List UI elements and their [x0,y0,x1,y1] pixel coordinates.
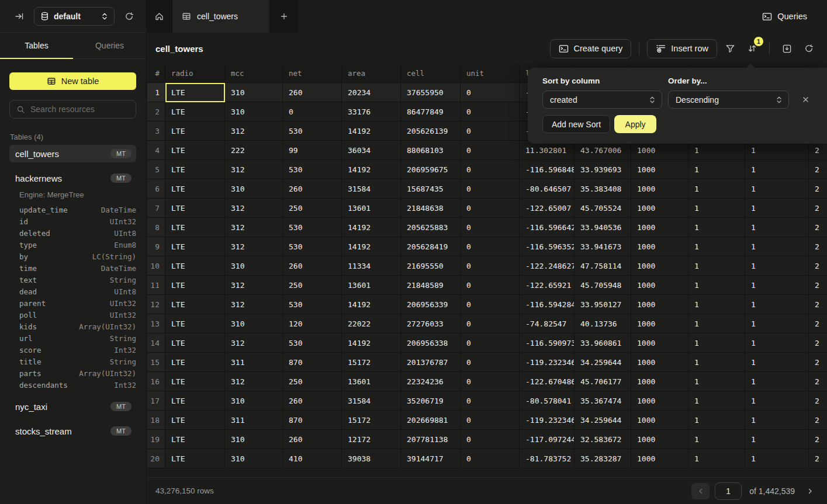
table-cell[interactable]: 1 [745,353,809,372]
table-cell[interactable]: 1 [688,314,745,333]
table-cell[interactable]: 0 [461,160,520,179]
table-cell[interactable]: 45.705948 [575,276,631,295]
previous-page-button[interactable] [691,483,710,499]
table-cell[interactable]: 20234 [342,83,401,102]
table-cell[interactable]: LTE [165,295,225,314]
column-header-net[interactable]: net [283,64,342,83]
table-cell[interactable]: 36034 [342,141,401,160]
table-cell[interactable]: 33.939693 [575,160,631,179]
column-header-mcc[interactable]: mcc [225,64,283,83]
table-cell[interactable]: 1 [688,276,745,295]
table-cell[interactable]: 206956339 [401,295,461,314]
table-cell[interactable]: 88068103 [401,141,461,160]
table-cell[interactable]: 1 [745,391,809,411]
table-cell[interactable]: 0 [461,179,520,199]
table-cell[interactable]: 530 [283,160,342,179]
table-cell[interactable]: 2 [809,372,827,391]
sidebar-table-item-cell_towers[interactable]: cell_towersMT [9,145,136,162]
search-resources-input[interactable] [30,105,129,114]
table-cell[interactable]: 14192 [342,333,401,353]
table-cell[interactable]: 45.705524 [575,199,631,218]
table-cell[interactable]: 120 [283,314,342,333]
table-cell[interactable]: 0 [461,199,520,218]
table-cell[interactable]: 99 [283,141,342,160]
sidebar-table-item-hackernews[interactable]: hackernewsMT [9,169,136,187]
filter-button[interactable] [721,39,739,58]
sidebar-tab-tables[interactable]: Tables [0,33,73,58]
table-cell[interactable]: 202669881 [401,411,461,430]
table-cell[interactable]: 0 [461,121,520,141]
column-header-radio[interactable]: radio [165,64,225,83]
sidebar-tab-queries[interactable]: Queries [73,33,146,58]
table-cell[interactable]: 33176 [342,102,401,121]
table-cell[interactable]: LTE [165,449,225,468]
table-cell[interactable]: 1 [745,199,809,218]
table-cell[interactable]: 260 [283,391,342,411]
table-cell[interactable]: -80.646507 [520,179,575,199]
table-cell[interactable]: -116.596352 [520,237,575,256]
table-cell[interactable]: 34.259644 [575,353,631,372]
table-cell[interactable]: 1 [745,160,809,179]
queries-button[interactable]: Queries [755,6,820,27]
table-cell[interactable]: 1000 [631,276,688,295]
sidebar-table-item-nyc_taxi[interactable]: nyc_taxiMT [9,398,136,415]
table-cell[interactable]: 0 [461,237,520,256]
table-cell[interactable]: 870 [283,353,342,372]
table-cell[interactable]: 312 [225,121,283,141]
table-cell[interactable]: 0 [461,333,520,353]
table-cell[interactable]: 2 [809,256,827,276]
table-cell[interactable]: 0 [461,83,520,102]
table-cell[interactable]: 260 [283,179,342,199]
table-cell[interactable]: 0 [283,102,342,121]
table-cell[interactable]: 1 [745,411,809,430]
table-cell[interactable]: 250 [283,276,342,295]
table-cell[interactable]: 1 [688,411,745,430]
table-cell[interactable]: 2 [809,160,827,179]
table-cell[interactable]: 2 [809,430,827,449]
table-cell[interactable]: 530 [283,218,342,237]
table-cell[interactable]: 1000 [631,430,688,449]
page-number-input[interactable] [715,482,742,500]
table-cell[interactable]: 15172 [342,353,401,372]
table-cell[interactable]: 206956338 [401,333,461,353]
table-cell[interactable]: 1000 [631,179,688,199]
table-cell[interactable]: LTE [165,314,225,333]
table-cell[interactable]: 2 [809,237,827,256]
table-cell[interactable]: 21695550 [401,256,461,276]
table-cell[interactable]: 1000 [631,314,688,333]
table-cell[interactable]: 2 [809,353,827,372]
table-cell[interactable]: 312 [225,372,283,391]
table-cell[interactable]: 1 [688,333,745,353]
table-cell[interactable]: 35206719 [401,391,461,411]
table-cell[interactable]: 312 [225,276,283,295]
table-cell[interactable]: 33.941673 [575,237,631,256]
table-cell[interactable]: 14192 [342,295,401,314]
table-cell[interactable]: 35.283287 [575,449,631,468]
table-cell[interactable]: 1 [745,314,809,333]
table-cell[interactable]: LTE [165,353,225,372]
table-cell[interactable]: 530 [283,121,342,141]
table-cell[interactable]: -116.596848 [520,160,575,179]
table-cell[interactable]: 311 [225,353,283,372]
table-cell[interactable]: 0 [461,141,520,160]
table-cell[interactable]: 0 [461,314,520,333]
table-cell[interactable]: 1000 [631,372,688,391]
table-cell[interactable]: 31584 [342,391,401,411]
insert-row-button[interactable]: Insert row [647,39,717,58]
table-cell[interactable]: 0 [461,449,520,468]
table-cell[interactable]: LTE [165,430,225,449]
table-cell[interactable]: 2 [809,391,827,411]
table-cell[interactable]: 0 [461,295,520,314]
table-cell[interactable]: 1 [745,276,809,295]
table-cell[interactable]: 260 [283,83,342,102]
table-cell[interactable]: 2 [809,333,827,353]
table-cell[interactable]: LTE [165,179,225,199]
sort-order-select[interactable]: Descending [668,91,789,109]
table-cell[interactable]: LTE [165,102,225,121]
table-cell[interactable]: 222 [225,141,283,160]
add-new-sort-button[interactable]: Add new Sort [542,115,610,133]
column-header-cell[interactable]: cell [401,64,461,83]
table-cell[interactable]: 1 [688,353,745,372]
table-cell[interactable]: 1 [745,372,809,391]
table-cell[interactable]: LTE [165,237,225,256]
